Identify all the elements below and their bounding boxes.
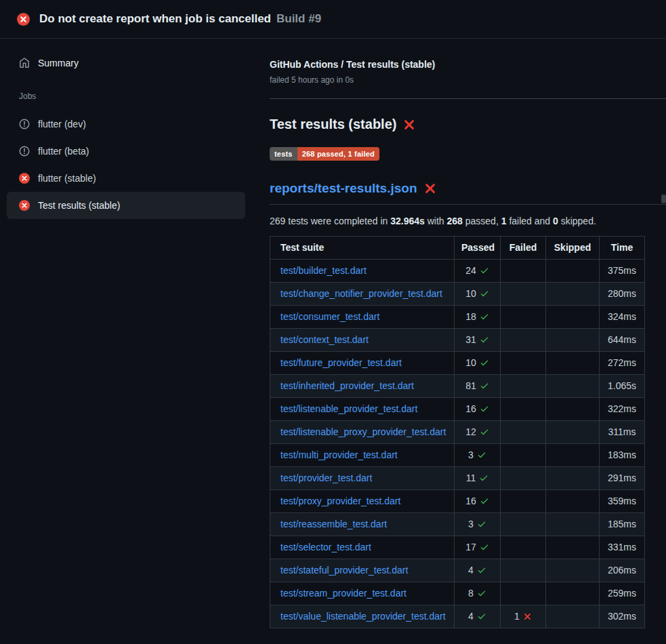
passed-cell: 10 [455, 283, 501, 306]
skipped-cell [546, 306, 600, 329]
passed-cell: 16 [455, 490, 501, 513]
section-title: Test results (stable) [270, 117, 644, 132]
test-suite-link[interactable]: test/selector_test.dart [280, 542, 371, 552]
time-cell: 259ms [600, 582, 645, 605]
test-suite-link[interactable]: test/context_test.dart [280, 334, 369, 345]
passed-count: 8 [468, 588, 474, 599]
sidebar-job-flutter-stable[interactable]: flutter (stable) [7, 165, 245, 192]
table-row: test/listenable_proxy_provider_test.dart… [270, 421, 645, 444]
skipped-cell [546, 444, 600, 467]
sidebar-job-flutter-dev[interactable]: flutter (dev) [7, 110, 245, 138]
passed-cell: 11 [455, 467, 501, 490]
skipped-cell [546, 398, 600, 421]
suite-cell: test/future_provider_test.dart [270, 352, 455, 375]
run-status-line: failed 5 hours ago in 0s [270, 75, 644, 85]
passed-count: 81 [465, 380, 476, 391]
test-suite-link[interactable]: test/future_provider_test.dart [280, 357, 402, 368]
sidebar-job-test-results-stable[interactable]: Test results (stable) [7, 192, 245, 219]
suite-cell: test/value_listenable_provider_test.dart [270, 605, 455, 628]
suite-cell: test/change_notifier_provider_test.dart [270, 283, 455, 306]
passed-cell: 18 [455, 306, 501, 329]
failed-cell [501, 375, 546, 398]
time-value: 311ms [608, 426, 636, 437]
table-row: test/future_provider_test.dart 10 272ms [270, 352, 645, 375]
badge-label: tests [270, 147, 297, 161]
passed-cell: 4 [455, 559, 501, 582]
failed-cell [501, 398, 546, 421]
passed-count: 16 [465, 403, 476, 414]
test-suite-link[interactable]: test/stateful_provider_test.dart [280, 565, 408, 576]
check-icon [480, 496, 489, 506]
passed-cell: 10 [455, 352, 501, 375]
skipped-cell [546, 283, 600, 306]
time-value: 302ms [608, 611, 636, 622]
passed-cell: 24 [455, 260, 501, 283]
check-icon [480, 266, 489, 275]
sidebar-job-flutter-beta[interactable]: flutter (beta) [7, 138, 245, 165]
table-row: test/stateful_provider_test.dart 4 206ms [270, 559, 645, 582]
check-icon [477, 450, 486, 460]
x-icon [523, 612, 532, 621]
time-value: 183ms [608, 449, 636, 460]
test-suite-link[interactable]: test/multi_provider_test.dart [280, 449, 398, 460]
time-value: 375ms [608, 265, 636, 276]
passed-cell: 31 [455, 329, 501, 352]
test-suite-link[interactable]: test/proxy_provider_test.dart [280, 496, 400, 506]
passed-cell: 16 [455, 398, 501, 421]
x-circle-icon [19, 200, 30, 211]
passed-cell: 3 [455, 444, 501, 467]
table-row: test/context_test.dart 31 644ms [270, 329, 645, 352]
home-icon [19, 58, 30, 68]
scrollbar-thumb[interactable] [661, 195, 666, 203]
passed-count: 18 [465, 311, 476, 322]
results-table: Test suite Passed Failed Skipped Time te… [270, 236, 645, 628]
time-value: 331ms [608, 542, 636, 552]
table-row: test/value_listenable_provider_test.dart… [270, 605, 645, 628]
passed-cell: 12 [455, 421, 501, 444]
table-row: test/reassemble_test.dart 3 185ms [270, 513, 645, 536]
section-title-text: Test results (stable) [270, 117, 396, 132]
suite-cell: test/multi_provider_test.dart [270, 444, 455, 467]
suite-cell: test/listenable_provider_test.dart [270, 398, 455, 421]
summary-skipped-count: 0 [553, 216, 558, 226]
summary-failed-count: 1 [501, 216, 507, 226]
table-row: test/consumer_test.dart 18 324ms [270, 306, 645, 329]
col-header-time: Time [600, 237, 645, 260]
alert-circle-icon [19, 119, 30, 129]
test-suite-link[interactable]: test/listenable_proxy_provider_test.dart [280, 426, 446, 437]
test-suite-link[interactable]: test/builder_test.dart [280, 265, 367, 276]
test-suite-link[interactable]: test/listenable_provider_test.dart [280, 403, 417, 414]
time-value: 322ms [608, 403, 636, 414]
skipped-cell [546, 536, 600, 559]
suite-cell: test/inherited_provider_test.dart [270, 375, 455, 398]
test-suite-link[interactable]: test/reassemble_test.dart [280, 519, 387, 529]
passed-count: 24 [465, 265, 476, 276]
time-cell: 375ms [600, 260, 645, 283]
time-cell: 302ms [600, 605, 645, 628]
failed-cell [501, 467, 546, 490]
test-suite-link[interactable]: test/stream_provider_test.dart [280, 588, 407, 599]
time-value: 185ms [608, 519, 636, 529]
test-suite-link[interactable]: test/change_notifier_provider_test.dart [280, 288, 442, 299]
skipped-cell [546, 605, 600, 628]
table-row: test/provider_test.dart 11 291ms [270, 467, 645, 490]
check-icon [480, 381, 489, 390]
test-suite-link[interactable]: test/provider_test.dart [280, 472, 372, 483]
skipped-cell [546, 421, 600, 444]
report-link[interactable]: reports/test-results.json [270, 181, 417, 196]
passed-count: 4 [468, 565, 474, 576]
skipped-cell [546, 513, 600, 536]
test-suite-link[interactable]: test/inherited_provider_test.dart [280, 380, 414, 391]
time-cell: 183ms [600, 444, 645, 467]
suite-cell: test/context_test.dart [270, 329, 455, 352]
failed-cell [501, 559, 546, 582]
sidebar-item-summary[interactable]: Summary [7, 49, 245, 77]
time-cell: 331ms [600, 536, 645, 559]
passed-count: 10 [465, 357, 476, 368]
test-suite-link[interactable]: test/consumer_test.dart [280, 311, 379, 322]
failed-cell [501, 260, 546, 283]
check-icon [480, 312, 489, 321]
time-cell: 185ms [600, 513, 645, 536]
test-suite-link[interactable]: test/value_listenable_provider_test.dart [280, 611, 446, 622]
passed-count: 31 [465, 334, 476, 345]
